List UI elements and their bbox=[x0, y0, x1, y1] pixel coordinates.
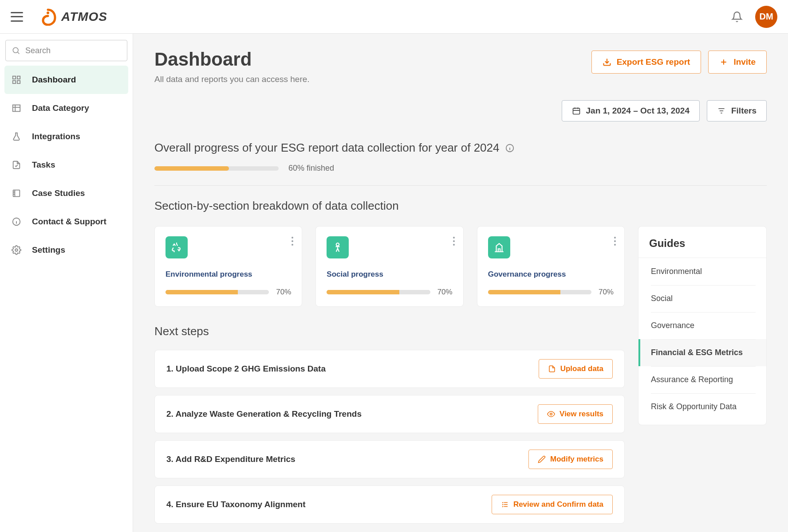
sidebar-item-label: Contact & Support bbox=[32, 217, 106, 227]
pencil-icon bbox=[538, 455, 546, 463]
svg-point-15 bbox=[453, 237, 455, 239]
sidebar-item-settings[interactable]: Settings bbox=[4, 236, 128, 264]
svg-rect-6 bbox=[13, 105, 20, 112]
page-title: Dashboard bbox=[154, 49, 310, 70]
page-subtitle: All data and reports you can access here… bbox=[154, 74, 310, 84]
avatar[interactable]: DM bbox=[755, 6, 777, 28]
guide-item-assurance[interactable]: Assurance & Reporting bbox=[638, 366, 766, 393]
svg-rect-7 bbox=[13, 190, 20, 197]
menu-toggle[interactable] bbox=[11, 12, 23, 22]
guide-item-governance[interactable]: Governance bbox=[638, 312, 766, 339]
gear-icon bbox=[11, 245, 22, 255]
card-title: Environmental progress bbox=[165, 270, 291, 279]
sidebar-item-tasks[interactable]: Tasks bbox=[4, 151, 128, 179]
svg-point-13 bbox=[292, 240, 293, 242]
overall-progress-label: 60% finished bbox=[288, 164, 334, 173]
divider bbox=[154, 185, 767, 186]
sidebar-item-contact-support[interactable]: Contact & Support bbox=[4, 207, 128, 236]
svg-point-9 bbox=[15, 249, 18, 251]
export-report-button[interactable]: Export ESG report bbox=[591, 51, 701, 74]
step-row: 4. Ensure EU Taxonomy Alignment Review a… bbox=[154, 485, 625, 524]
svg-point-16 bbox=[453, 240, 455, 242]
overall-progress-bar bbox=[154, 166, 279, 171]
svg-point-19 bbox=[614, 237, 616, 239]
card-progress-bar bbox=[488, 290, 591, 294]
date-range-button[interactable]: Jan 1, 2024 – Oct 13, 2024 bbox=[562, 100, 700, 121]
sidebar: Dashboard Data Category Integrations Tas… bbox=[0, 34, 133, 532]
info-icon bbox=[11, 217, 22, 227]
modify-metrics-button[interactable]: Modify metrics bbox=[528, 450, 613, 469]
info-icon[interactable] bbox=[505, 143, 515, 153]
svg-rect-2 bbox=[13, 76, 16, 79]
svg-rect-3 bbox=[17, 76, 20, 79]
breakdown-title: Section-by-section breakdown of data col… bbox=[154, 199, 767, 213]
checklist-icon bbox=[501, 501, 509, 509]
sidebar-item-integrations[interactable]: Integrations bbox=[4, 122, 128, 151]
svg-point-12 bbox=[292, 237, 293, 239]
upload-data-button[interactable]: Upload data bbox=[539, 359, 613, 379]
guide-item-social[interactable]: Social bbox=[638, 285, 766, 312]
step-row: 2. Analyze Waste Generation & Recycling … bbox=[154, 395, 625, 433]
card-menu-button[interactable] bbox=[453, 236, 455, 246]
svg-rect-5 bbox=[17, 81, 20, 83]
step-text: 1. Upload Scope 2 GHG Emissions Data bbox=[166, 364, 326, 374]
sidebar-item-label: Tasks bbox=[32, 160, 55, 170]
button-label: Modify metrics bbox=[550, 455, 603, 464]
svg-point-21 bbox=[614, 244, 616, 246]
avatar-initials: DM bbox=[759, 12, 773, 22]
calendar-icon bbox=[572, 106, 581, 115]
building-icon bbox=[488, 236, 510, 258]
download-icon bbox=[603, 58, 611, 66]
sidebar-item-data-category[interactable]: Data Category bbox=[4, 94, 128, 122]
card-progress-bar bbox=[327, 290, 430, 294]
search-icon bbox=[12, 46, 20, 55]
sidebar-item-label: Data Category bbox=[32, 103, 89, 113]
svg-point-0 bbox=[47, 12, 49, 14]
card-progress-label: 70% bbox=[437, 288, 453, 297]
svg-point-22 bbox=[550, 413, 552, 415]
filters-button[interactable]: Filters bbox=[707, 100, 767, 121]
guide-item-financial-esg[interactable]: Financial & ESG Metrics bbox=[638, 339, 766, 366]
sidebar-item-dashboard[interactable]: Dashboard bbox=[4, 66, 128, 94]
card-governance[interactable]: Governance progress 70% bbox=[477, 226, 625, 307]
guides-panel: Guides Environmental Social Governance F… bbox=[638, 226, 767, 425]
brand-name: ATMOS bbox=[61, 10, 107, 24]
invite-button[interactable]: Invite bbox=[708, 51, 767, 74]
svg-point-20 bbox=[614, 240, 616, 242]
review-confirm-button[interactable]: Review and Confirm data bbox=[492, 495, 613, 514]
card-menu-button[interactable] bbox=[614, 236, 616, 246]
sidebar-item-case-studies[interactable]: Case Studies bbox=[4, 179, 128, 207]
card-progress-label: 70% bbox=[599, 288, 614, 297]
guide-item-risk[interactable]: Risk & Opportunity Data bbox=[638, 393, 766, 420]
sidebar-item-label: Dashboard bbox=[32, 75, 76, 85]
overall-progress-fill bbox=[154, 166, 229, 171]
eye-icon bbox=[547, 410, 555, 418]
view-results-button[interactable]: View results bbox=[538, 404, 613, 424]
topbar: ATMOS DM bbox=[0, 0, 788, 34]
button-label: Review and Confirm data bbox=[513, 500, 603, 509]
guides-title: Guides bbox=[638, 237, 766, 258]
svg-point-17 bbox=[453, 244, 455, 246]
card-environmental[interactable]: Environmental progress 70% bbox=[154, 226, 302, 307]
brand-logo[interactable]: ATMOS bbox=[39, 8, 107, 26]
card-title: Governance progress bbox=[488, 270, 614, 279]
card-menu-button[interactable] bbox=[291, 236, 294, 246]
button-label: Upload data bbox=[560, 364, 603, 373]
search-input[interactable] bbox=[5, 40, 127, 61]
flask-icon bbox=[11, 132, 22, 141]
button-label: Filters bbox=[731, 106, 756, 116]
svg-point-1 bbox=[13, 47, 18, 53]
logo-icon bbox=[39, 8, 57, 26]
card-social[interactable]: Social progress 70% bbox=[315, 226, 463, 307]
guide-item-environmental[interactable]: Environmental bbox=[638, 258, 766, 285]
date-range-label: Jan 1, 2024 – Oct 13, 2024 bbox=[586, 106, 690, 116]
next-steps-title: Next steps bbox=[154, 325, 625, 338]
card-progress-bar bbox=[165, 290, 269, 294]
main-content: Dashboard All data and reports you can a… bbox=[133, 34, 788, 532]
notifications-button[interactable] bbox=[731, 11, 743, 23]
step-row: 3. Add R&D Expenditure Metrics Modify me… bbox=[154, 440, 625, 478]
sidebar-item-label: Case Studies bbox=[32, 188, 85, 198]
book-icon bbox=[11, 188, 22, 198]
person-icon bbox=[327, 236, 349, 258]
button-label: Invite bbox=[733, 57, 756, 67]
